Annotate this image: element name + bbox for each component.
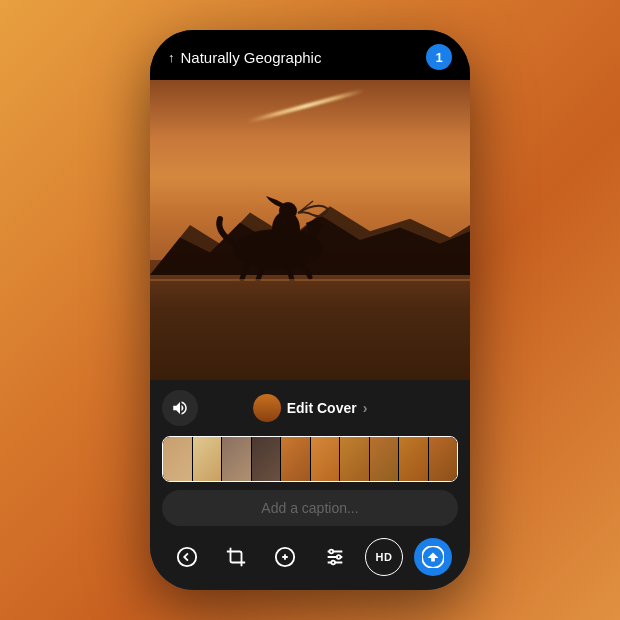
svg-point-15: [329, 550, 333, 554]
header-title: ↑ Naturally Geographic: [168, 49, 321, 66]
caption-input[interactable]: Add a caption...: [162, 490, 458, 526]
svg-line-4: [258, 265, 263, 280]
filmstrip[interactable]: [162, 436, 458, 482]
send-button[interactable]: [414, 538, 452, 576]
notification-count: 1: [435, 50, 442, 65]
header: ↑ Naturally Geographic 1: [150, 30, 470, 80]
controls-row: Edit Cover ›: [162, 390, 458, 426]
video-container: [150, 80, 470, 380]
ground-line: [150, 279, 470, 281]
filmstrip-frame[interactable]: [281, 437, 310, 481]
toolbar: HD: [162, 534, 458, 584]
horse-rider: [198, 191, 358, 281]
notification-badge[interactable]: 1: [426, 44, 452, 70]
cover-thumbnail: [253, 394, 281, 422]
bottom-panel: Edit Cover › Add a caption...: [150, 380, 470, 590]
crop-button[interactable]: [217, 538, 255, 576]
back-button[interactable]: [168, 538, 206, 576]
caption-placeholder: Add a caption...: [261, 500, 358, 516]
svg-point-16: [336, 555, 340, 559]
filmstrip-frame[interactable]: [340, 437, 369, 481]
filmstrip-frame[interactable]: [429, 437, 458, 481]
svg-line-3: [242, 263, 248, 279]
phone-frame: ↑ Naturally Geographic 1: [150, 30, 470, 590]
edit-cover-button[interactable]: Edit Cover ›: [253, 394, 368, 422]
filmstrip-frame[interactable]: [222, 437, 251, 481]
edit-cover-chevron: ›: [363, 400, 368, 416]
mute-button[interactable]: [162, 390, 198, 426]
upload-icon: ↑: [168, 50, 175, 65]
hd-label: HD: [376, 551, 393, 563]
filmstrip-frame[interactable]: [311, 437, 340, 481]
hd-button[interactable]: HD: [365, 538, 403, 576]
edit-cover-label: Edit Cover: [287, 400, 357, 416]
svg-line-6: [303, 263, 310, 277]
filmstrip-frame[interactable]: [252, 437, 281, 481]
adjust-button[interactable]: [316, 538, 354, 576]
filmstrip-frame[interactable]: [370, 437, 399, 481]
filmstrip-frame[interactable]: [193, 437, 222, 481]
video-scene: [150, 80, 470, 380]
story-title: Naturally Geographic: [181, 49, 322, 66]
filmstrip-frame[interactable]: [399, 437, 428, 481]
filmstrip-frame[interactable]: [163, 437, 192, 481]
svg-point-17: [331, 561, 335, 565]
svg-point-10: [177, 548, 195, 566]
edit-button[interactable]: [266, 538, 304, 576]
